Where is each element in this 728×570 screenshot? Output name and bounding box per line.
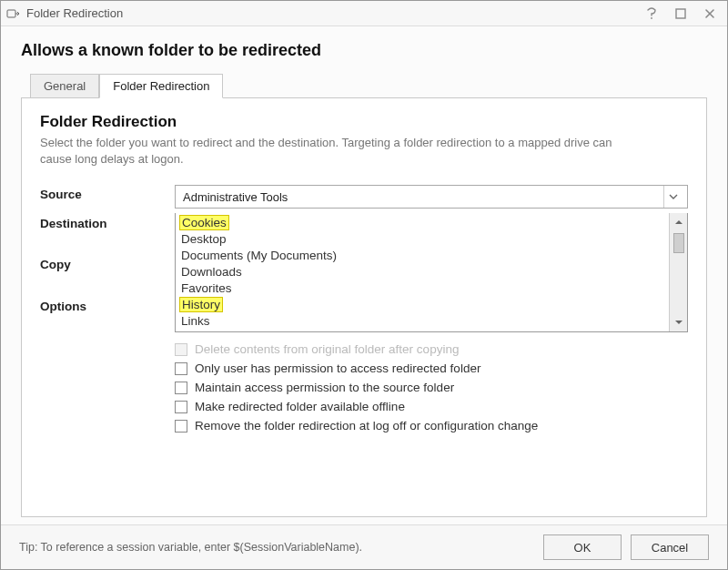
help-icon[interactable] [643,5,660,22]
chevron-down-icon [663,186,682,208]
svg-rect-0 [7,10,15,17]
label-copy: Copy [40,255,167,271]
scroll-up-icon[interactable] [674,215,683,229]
check-label: Only user has permission to access redir… [195,361,480,375]
checkbox-icon [175,343,187,356]
svg-point-1 [651,17,652,19]
cancel-button[interactable]: Cancel [631,534,709,560]
dropdown-item-desktop[interactable]: Desktop [176,231,669,248]
check-only-user[interactable]: Only user has permission to access redir… [175,359,688,378]
window-title: Folder Redirection [26,6,643,20]
checkbox-icon[interactable] [175,420,187,433]
source-selected-value: Administrative Tools [183,190,288,204]
page-heading: Allows a known folder to be redirected [21,41,707,60]
tab-strip: General Folder Redirection [21,73,707,97]
dropdown-item-links[interactable]: Links [176,313,669,330]
dropdown-item-downloads[interactable]: Downloads [176,264,669,280]
footer-tip: Tip: To reference a session variable, en… [19,541,534,554]
tab-panel: Folder Redirection Select the folder you… [21,97,707,517]
check-label: Delete contents from original folder aft… [195,342,459,356]
dropdown-item-favorites[interactable]: Favorites [176,280,669,297]
dropdown-item-cookies[interactable]: Cookies [179,215,229,230]
check-label: Maintain access permission to the source… [195,381,454,394]
source-dropdown-list: Cookies Desktop Documents (My Documents)… [175,213,688,332]
dialog-footer: Tip: To reference a session variable, en… [1,524,727,569]
check-label: Make redirected folder available offline [195,400,405,413]
close-icon[interactable] [702,5,718,22]
content: Allows a known folder to be redirected G… [1,26,727,524]
options-checklist: Delete contents from original folder aft… [175,340,688,435]
panel-title: Folder Redirection [40,113,688,131]
dropdown-item-history[interactable]: History [179,297,223,312]
folder-redirect-icon [6,6,21,21]
tab-general[interactable]: General [30,74,99,98]
titlebar: Folder Redirection [1,1,727,26]
tab-folder-redirection[interactable]: Folder Redirection [99,74,223,98]
form: Source Administrative Tools Destination … [40,185,688,435]
scroll-down-icon[interactable] [674,315,683,330]
svg-rect-2 [676,9,685,18]
checkbox-icon[interactable] [175,382,187,394]
dropdown-scrollbar[interactable] [669,213,687,331]
maximize-icon[interactable] [672,5,689,22]
check-maintain-access[interactable]: Maintain access permission to the source… [175,378,688,397]
panel-description: Select the folder you want to redirect a… [40,135,622,167]
ok-button[interactable]: OK [543,534,622,560]
check-label: Remove the folder redirection at log off… [195,419,538,433]
label-destination: Destination [40,214,167,230]
dialog-window: Folder Redirection Allows a known folder… [0,0,728,570]
window-buttons [643,5,722,22]
checkbox-icon[interactable] [175,362,187,375]
scroll-thumb[interactable] [673,233,684,253]
label-options: Options [40,297,167,313]
checkbox-icon[interactable] [175,401,187,413]
check-remove-on-logoff[interactable]: Remove the folder redirection at log off… [175,416,688,435]
dropdown-item-documents[interactable]: Documents (My Documents) [176,248,669,264]
source-combobox[interactable]: Administrative Tools [175,185,688,209]
check-offline[interactable]: Make redirected folder available offline [175,397,688,416]
label-source: Source [40,185,167,201]
check-delete-contents: Delete contents from original folder aft… [175,340,688,359]
dropdown-items: Cookies Desktop Documents (My Documents)… [176,213,669,331]
